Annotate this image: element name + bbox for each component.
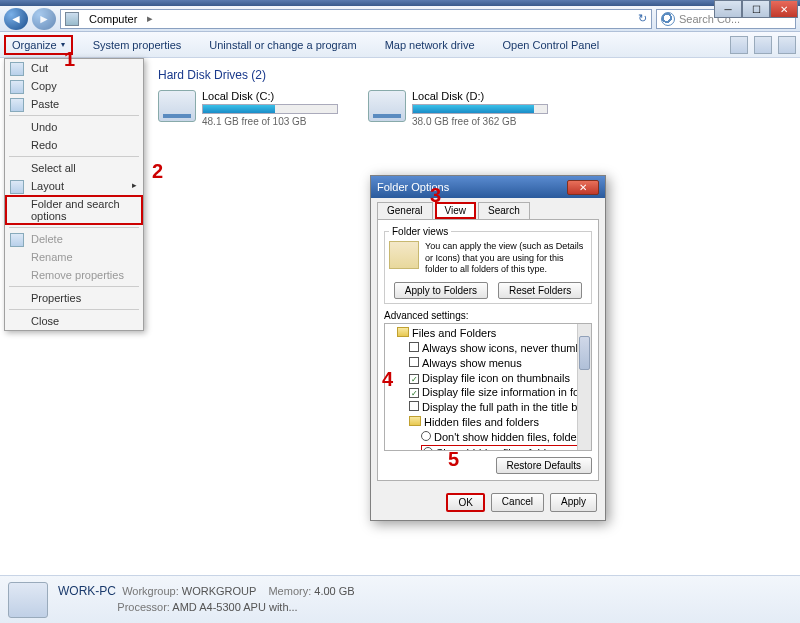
computer-icon <box>65 12 79 26</box>
checkbox[interactable] <box>409 357 419 367</box>
section-header: Hard Disk Drives (2) <box>158 64 788 86</box>
ok-button[interactable]: OK <box>446 493 484 512</box>
restore-defaults-button[interactable]: Restore Defaults <box>496 457 592 474</box>
menu-copy[interactable]: Copy <box>5 77 143 95</box>
delete-icon <box>10 233 24 247</box>
folder-views-text: You can apply the view (such as Details … <box>425 241 587 276</box>
paste-icon <box>10 98 24 112</box>
computer-icon <box>8 582 48 618</box>
apply-button[interactable]: Apply <box>550 493 597 512</box>
checkbox[interactable] <box>409 401 419 411</box>
radio-show-hidden[interactable] <box>423 447 433 451</box>
tab-general[interactable]: General <box>377 202 433 219</box>
tab-view[interactable]: View <box>435 202 477 219</box>
chevron-right-icon[interactable]: ▸ <box>147 12 153 25</box>
menu-paste[interactable]: Paste <box>5 95 143 113</box>
dialog-title: Folder Options <box>377 181 449 193</box>
details-pane: WORK-PC Workgroup: WORKGROUP Memory: 4.0… <box>0 575 800 623</box>
space-bar <box>412 104 548 114</box>
menu-close[interactable]: Close <box>5 312 143 330</box>
system-properties-button[interactable]: System properties <box>85 36 190 54</box>
hard-drive-icon <box>368 90 406 122</box>
drive-free-text: 38.0 GB free of 362 GB <box>412 116 548 127</box>
drive-d[interactable]: Local Disk (D:) 38.0 GB free of 362 GB <box>368 90 548 127</box>
layout-icon <box>10 180 24 194</box>
folder-views-legend: Folder views <box>389 226 451 237</box>
reset-folders-button[interactable]: Reset Folders <box>498 282 582 299</box>
cut-icon <box>10 62 24 76</box>
copy-icon <box>10 80 24 94</box>
apply-to-folders-button[interactable]: Apply to Folders <box>394 282 488 299</box>
back-button[interactable]: ◄ <box>4 8 28 30</box>
maximize-button[interactable]: ☐ <box>742 0 770 18</box>
menu-remove-properties: Remove properties <box>5 266 143 284</box>
checkbox[interactable]: ✓ <box>409 374 419 384</box>
folder-icon <box>397 327 409 337</box>
view-options-icon[interactable] <box>730 36 748 54</box>
menu-properties[interactable]: Properties <box>5 289 143 307</box>
minimize-button[interactable]: ─ <box>714 0 742 18</box>
menu-undo[interactable]: Undo <box>5 118 143 136</box>
close-button[interactable]: ✕ <box>770 0 798 18</box>
help-icon[interactable] <box>778 36 796 54</box>
drive-c[interactable]: Local Disk (C:) 48.1 GB free of 103 GB <box>158 90 338 127</box>
chevron-down-icon: ▾ <box>61 40 65 49</box>
scrollbar[interactable] <box>577 324 591 450</box>
forward-button[interactable]: ► <box>32 8 56 30</box>
drive-label: Local Disk (D:) <box>412 90 548 102</box>
advanced-settings-label: Advanced settings: <box>384 310 592 321</box>
checkbox[interactable] <box>409 342 419 352</box>
drive-free-text: 48.1 GB free of 103 GB <box>202 116 338 127</box>
address-bar[interactable]: Computer ▸ ↻ <box>60 9 652 29</box>
menu-rename: Rename <box>5 248 143 266</box>
cancel-button[interactable]: Cancel <box>491 493 544 512</box>
checkbox[interactable]: ✓ <box>409 388 419 398</box>
folder-views-icon <box>389 241 419 269</box>
uninstall-button[interactable]: Uninstall or change a program <box>201 36 364 54</box>
folder-options-dialog: Folder Options ✕ General View Search Fol… <box>370 175 606 521</box>
radio[interactable] <box>421 431 431 441</box>
menu-folder-options[interactable]: Folder and search options <box>5 195 143 225</box>
organize-menu: Cut Copy Paste Undo Redo Select all Layo… <box>4 58 144 331</box>
open-control-panel-button[interactable]: Open Control Panel <box>495 36 608 54</box>
menu-redo[interactable]: Redo <box>5 136 143 154</box>
hard-drive-icon <box>158 90 196 122</box>
map-drive-button[interactable]: Map network drive <box>377 36 483 54</box>
advanced-settings-tree[interactable]: Files and Folders Always show icons, nev… <box>384 323 592 451</box>
menu-cut[interactable]: Cut <box>5 59 143 77</box>
folder-icon <box>409 416 421 426</box>
organize-button[interactable]: Organize▾ <box>4 35 73 55</box>
refresh-icon[interactable]: ↻ <box>638 12 647 25</box>
menu-select-all[interactable]: Select all <box>5 159 143 177</box>
preview-pane-icon[interactable] <box>754 36 772 54</box>
dialog-close-button[interactable]: ✕ <box>567 180 599 195</box>
search-icon <box>661 12 675 26</box>
drive-label: Local Disk (C:) <box>202 90 338 102</box>
menu-layout[interactable]: Layout <box>5 177 143 195</box>
breadcrumb-computer[interactable]: Computer <box>83 11 143 27</box>
pc-name: WORK-PC <box>58 584 116 598</box>
space-bar <box>202 104 338 114</box>
menu-delete: Delete <box>5 230 143 248</box>
tab-search[interactable]: Search <box>478 202 530 219</box>
